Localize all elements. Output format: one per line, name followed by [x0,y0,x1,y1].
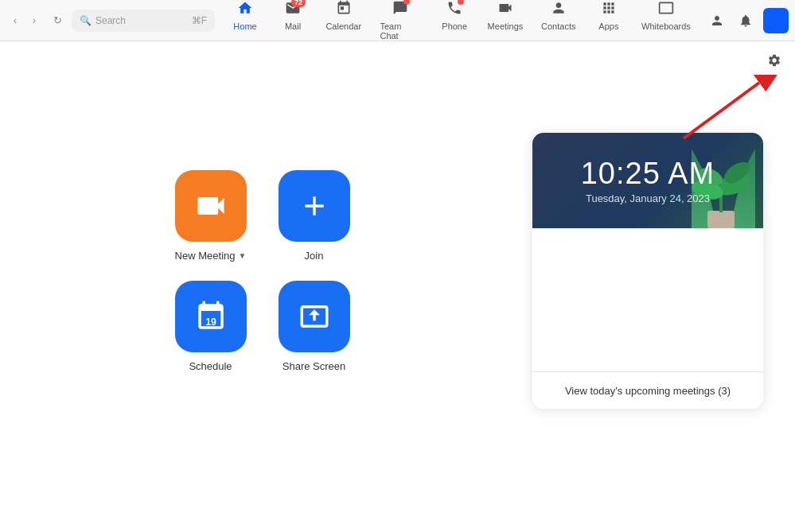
new-meeting-item: New Meeting ▼ [175,170,247,262]
new-meeting-chevron: ▼ [238,251,246,260]
svg-rect-1 [707,211,735,228]
schedule-label: Schedule [189,360,232,372]
share-screen-label: Share Screen [283,360,346,372]
clock-header-inner: 10:25 AM Tuesday, January 24, 2023 [581,157,715,204]
home-icon [237,0,253,20]
nav-label-phone: Phone [442,21,467,31]
phone-icon [446,0,462,20]
nav-item-mail[interactable]: 72 Mail [271,0,315,44]
svg-text:19: 19 [205,316,216,328]
clock-header: 10:25 AM Tuesday, January 24, 2023 [532,133,763,228]
clock-body [532,228,763,371]
refresh-button[interactable]: ↻ [48,11,67,30]
share-screen-text: Share Screen [283,360,346,372]
back-button[interactable]: ‹ [6,12,24,29]
calendar-icon [336,0,352,20]
nav-item-contacts[interactable]: Contacts [534,0,583,44]
phone-badge [458,0,464,5]
account-button[interactable] [706,10,728,32]
clock-card: 10:25 AM Tuesday, January 24, 2023 [532,133,763,409]
nav-label-mail: Mail [285,21,301,31]
nav-item-home[interactable]: Home [223,0,267,44]
nav-label-home: Home [233,21,256,31]
new-meeting-text: New Meeting [175,250,236,262]
gear-area [763,49,785,72]
nav-item-meetings[interactable]: Meetings [480,0,530,44]
apps-icon [601,0,617,20]
nav-label-meetings: Meetings [488,21,524,31]
mail-badge: 72 [291,0,306,7]
share-screen-button[interactable] [279,281,350,352]
bell-button[interactable] [735,10,757,32]
search-shortcut: ⌘F [192,15,207,26]
meetings-footer-text: View today's upcoming meetings (3) [565,385,731,397]
join-text: Join [305,250,324,262]
join-button[interactable] [279,170,350,242]
team-chat-badge [403,0,410,5]
nav-label-contacts: Contacts [541,21,575,31]
profile-button[interactable] [763,8,789,33]
nav-item-apps[interactable]: Apps [587,0,631,44]
top-nav: ‹ › ↻ 🔍 Search ⌘F Home 72 Mail [0,0,795,41]
join-item: Join [279,170,350,262]
meetings-footer[interactable]: View today's upcoming meetings (3) [532,371,763,409]
clock-time: 10:25 AM [581,157,715,191]
nav-arrows: ‹ › [6,12,43,29]
schedule-button[interactable]: 19 [175,281,247,352]
main-content: New Meeting ▼ Join 19 Sche [0,41,795,532]
left-panel: New Meeting ▼ Join 19 Sche [0,41,524,532]
schedule-item: 19 Schedule [175,281,247,372]
nav-item-calendar[interactable]: Calendar [318,0,368,44]
schedule-text: Schedule [189,360,232,372]
nav-label-team-chat: Team Chat [380,21,421,41]
action-grid: New Meeting ▼ Join 19 Sche [175,170,350,372]
join-label: Join [305,250,324,262]
search-icon: 🔍 [80,15,92,26]
nav-item-phone[interactable]: Phone [432,0,477,44]
clock-date: Tuesday, January 24, 2023 [581,192,715,204]
contacts-icon [551,0,567,20]
team-chat-icon [392,0,408,20]
nav-item-whiteboards[interactable]: Whiteboards [634,0,698,44]
new-meeting-button[interactable] [175,170,247,242]
search-label: Search [95,15,126,26]
whiteboards-icon [658,0,674,20]
new-meeting-label: New Meeting ▼ [175,250,247,262]
forward-button[interactable]: › [25,12,43,29]
settings-button[interactable] [763,49,785,72]
meetings-icon [497,0,513,20]
share-screen-item: Share Screen [279,281,350,372]
nav-label-apps: Apps [598,21,618,31]
search-bar[interactable]: 🔍 Search ⌘F [72,10,215,32]
right-panel: 10:25 AM Tuesday, January 24, 2023 [524,41,795,532]
nav-item-team-chat[interactable]: Team Chat [372,0,429,44]
mail-icon: 72 [285,0,301,20]
nav-label-calendar: Calendar [325,21,361,31]
nav-label-whiteboards: Whiteboards [641,21,691,31]
nav-items: Home 72 Mail Calendar Team Chat [223,0,698,44]
nav-right [706,8,789,33]
